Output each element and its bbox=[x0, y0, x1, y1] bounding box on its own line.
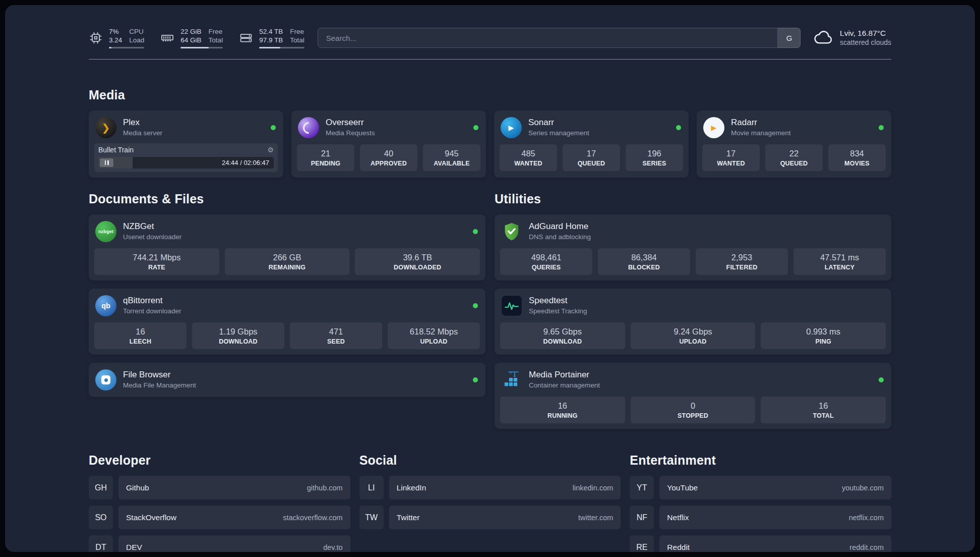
section-title-media: Media bbox=[89, 88, 891, 102]
overseerr-icon bbox=[298, 117, 319, 138]
bookmark-dev[interactable]: DT DEV dev.to bbox=[89, 535, 350, 552]
bookmark-domain: netflix.com bbox=[849, 514, 884, 522]
bookmark-name: YouTube bbox=[667, 483, 698, 492]
stat-available: 945 AVAILABLE bbox=[423, 144, 480, 171]
section-title-utilities: Utilities bbox=[495, 192, 891, 206]
search-provider-button[interactable]: G bbox=[777, 28, 801, 48]
nzbget-icon: nzbget bbox=[95, 221, 116, 242]
stat-wanted: 17 WANTED bbox=[702, 144, 760, 171]
section-title-developer: Developer bbox=[89, 453, 350, 468]
weather-location: Lviv, 16.87°C bbox=[840, 28, 891, 38]
bookmark-twitter[interactable]: TW Twitter twitter.com bbox=[359, 506, 621, 529]
bookmark-abbr: YT bbox=[630, 476, 654, 499]
resource-monitors: 7% 3.24 CPU Load bbox=[89, 27, 304, 48]
service-card-overseerr[interactable]: Overseerr Media Requests 21 PENDING 40 A… bbox=[291, 110, 486, 178]
bookmark-group-social: Social LI LinkedIn linkedin.com TW Twitt… bbox=[359, 453, 621, 552]
bookmark-github[interactable]: GH Github github.com bbox=[89, 476, 350, 499]
service-card-filebrowser[interactable]: File Browser Media File Management bbox=[89, 363, 485, 397]
disk-icon bbox=[239, 31, 253, 45]
service-name: Sonarr bbox=[528, 117, 589, 128]
bookmark-stackoverflow[interactable]: SO StackOverflow stackoverflow.com bbox=[89, 506, 350, 529]
service-name: Plex bbox=[123, 117, 162, 128]
bookmark-domain: youtube.com bbox=[842, 484, 884, 492]
bookmark-abbr: GH bbox=[89, 476, 113, 499]
topbar-divider bbox=[89, 59, 891, 60]
service-subtitle: Movie management bbox=[731, 128, 791, 138]
resource-memory: 22 GiB 64 GiB Free Total bbox=[160, 27, 223, 48]
bookmark-abbr: RE bbox=[630, 535, 654, 552]
dashboard-window: 7% 3.24 CPU Load bbox=[5, 5, 975, 552]
bookmark-domain: reddit.com bbox=[849, 543, 884, 551]
now-playing-title: Bullet Train bbox=[98, 146, 134, 154]
bookmark-abbr: NF bbox=[630, 506, 654, 529]
service-card-sonarr[interactable]: ▶ Sonarr Series management 485 WANTED bbox=[494, 110, 689, 178]
service-card-portainer[interactable]: Media Portainer Container management 16 … bbox=[495, 363, 891, 429]
status-dot bbox=[473, 377, 478, 382]
plex-now-playing-widget: Bullet Train ⚙ 24:44 / 02:06:47 bbox=[94, 143, 278, 172]
status-dot bbox=[473, 303, 478, 308]
search-input[interactable] bbox=[318, 28, 801, 48]
service-name: Overseerr bbox=[326, 117, 375, 128]
service-card-nzbget[interactable]: nzbget NZBGet Usenet downloader 744.21 M… bbox=[89, 214, 485, 281]
speedtest-graph-icon bbox=[501, 295, 522, 316]
dashboard-content: 7% 3.24 CPU Load bbox=[5, 5, 975, 552]
section-title-documents: Documents & Files bbox=[89, 192, 485, 206]
section-media: Media ❯ Plex Media server Bullet Tr bbox=[89, 88, 891, 178]
bookmark-group-entertainment: Entertainment YT YouTube youtube.com NF … bbox=[630, 453, 891, 552]
bookmark-linkedin[interactable]: LI LinkedIn linkedin.com bbox=[359, 476, 621, 499]
section-title-entertainment: Entertainment bbox=[630, 453, 891, 468]
filebrowser-icon bbox=[95, 369, 116, 391]
bookmark-domain: twitter.com bbox=[578, 514, 613, 522]
service-subtitle: Speedtest Tracking bbox=[529, 306, 587, 316]
service-name: NZBGet bbox=[123, 221, 181, 232]
stat-pending: 21 PENDING bbox=[297, 144, 354, 171]
cpu-icon bbox=[89, 31, 103, 45]
bookmark-name: Netflix bbox=[667, 513, 689, 522]
service-subtitle: DNS and adblocking bbox=[529, 232, 591, 242]
service-card-speedtest[interactable]: Speedtest Speedtest Tracking 9.65 Gbps D… bbox=[495, 289, 891, 355]
bookmark-domain: dev.to bbox=[323, 543, 342, 551]
resource-cpu: 7% 3.24 CPU Load bbox=[89, 27, 144, 48]
bookmark-reddit[interactable]: RE Reddit reddit.com bbox=[630, 535, 891, 552]
service-subtitle: Series management bbox=[528, 128, 589, 138]
stat-running: 16 RUNNING bbox=[500, 397, 625, 423]
service-card-qbittorrent[interactable]: qb qBittorrent Torrent downloader 16 LEE… bbox=[89, 289, 485, 355]
bookmark-netflix[interactable]: NF Netflix netflix.com bbox=[630, 506, 891, 529]
weather-condition: scattered clouds bbox=[840, 38, 891, 47]
stat-ping: 0.993 ms PING bbox=[761, 322, 886, 349]
bookmark-name: Github bbox=[126, 483, 149, 492]
stat-download: 1.19 Gbps DOWNLOAD bbox=[192, 322, 284, 349]
status-dot bbox=[676, 125, 681, 130]
gear-icon[interactable]: ⚙ bbox=[267, 146, 274, 154]
service-card-adguard[interactable]: AdGuard Home DNS and adblocking 498,461 … bbox=[495, 214, 891, 281]
disk-progress-fill bbox=[259, 47, 280, 48]
stat-upload: 9.24 Gbps UPLOAD bbox=[631, 322, 756, 349]
bookmark-name: StackOverflow bbox=[126, 513, 176, 522]
stat-latency: 47.571 ms LATENCY bbox=[793, 248, 886, 275]
cpu-values: 7% 3.24 bbox=[109, 27, 122, 44]
status-dot bbox=[473, 125, 478, 130]
disk-labels: Free Total bbox=[290, 27, 304, 44]
stat-stopped: 0 STOPPED bbox=[631, 397, 756, 423]
service-card-plex[interactable]: ❯ Plex Media server Bullet Train ⚙ bbox=[89, 110, 283, 178]
pause-button[interactable] bbox=[100, 158, 113, 167]
service-card-radarr[interactable]: ▶ Radarr Movie management 17 WANTED bbox=[697, 110, 891, 178]
service-subtitle: Media server bbox=[123, 128, 162, 138]
bookmark-name: Reddit bbox=[667, 543, 690, 552]
stat-downloaded: 39.6 TB DOWNLOADED bbox=[355, 248, 480, 275]
service-name: AdGuard Home bbox=[529, 221, 591, 232]
stat-leech: 16 LEECH bbox=[94, 322, 187, 349]
bookmark-abbr: SO bbox=[89, 506, 113, 529]
cloud-icon bbox=[814, 29, 834, 46]
cpu-progress-track bbox=[109, 47, 144, 48]
service-subtitle: Media Requests bbox=[326, 128, 375, 138]
plex-icon: ❯ bbox=[95, 117, 116, 138]
stat-series: 196 SERIES bbox=[626, 144, 683, 171]
stat-remaining: 266 GB REMAINING bbox=[225, 248, 350, 275]
bookmark-youtube[interactable]: YT YouTube youtube.com bbox=[630, 476, 891, 499]
playback-progress-bar[interactable]: 24:44 / 02:06:47 bbox=[98, 157, 274, 169]
stat-movies: 834 MOVIES bbox=[828, 144, 886, 171]
memory-icon bbox=[160, 31, 174, 45]
memory-progress-track bbox=[180, 47, 223, 48]
stat-upload: 618.52 Mbps UPLOAD bbox=[388, 322, 480, 349]
